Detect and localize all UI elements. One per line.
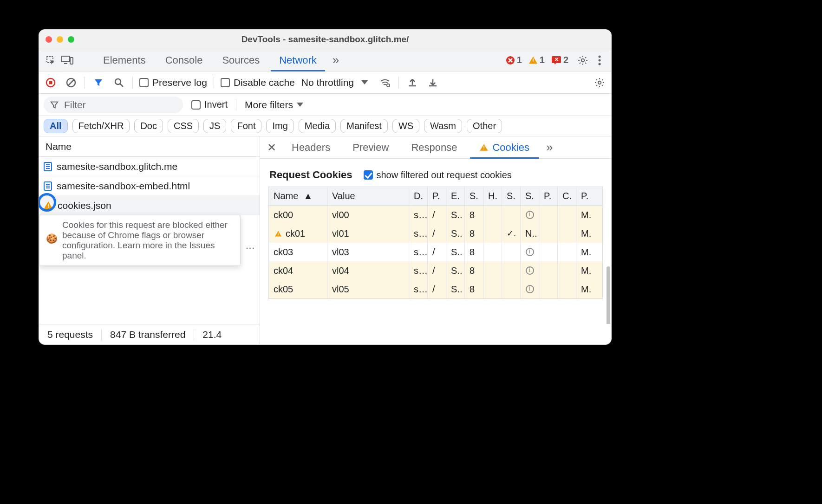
request-row[interactable]: samesite-sandbox.glitch.me [39, 157, 260, 176]
cookies-table-row[interactable]: ck03vl03s…/S..8M. [269, 243, 602, 261]
inspect-icon[interactable] [44, 53, 58, 67]
cookies-cell: / [428, 206, 446, 224]
more-filters-dropdown[interactable]: More filters [245, 99, 303, 110]
filter-icon[interactable] [91, 76, 105, 90]
th-value[interactable]: Value [327, 187, 409, 205]
settings-icon[interactable] [576, 53, 590, 67]
th-s2[interactable]: S. [502, 187, 521, 205]
th-h[interactable]: H. [483, 187, 502, 205]
cookies-cell: M. [576, 243, 595, 261]
disable-cache-checkbox[interactable]: Disable cache [221, 77, 295, 88]
cookies-cell: s… [409, 280, 428, 298]
cookies-table-row[interactable]: ck04vl04s…/S..8M. [269, 261, 602, 280]
chip-font[interactable]: Font [231, 119, 261, 133]
th-p2[interactable]: P. [539, 187, 558, 205]
request-name: samesite-sandbox.glitch.me [57, 161, 177, 172]
window-title: DevTools - samesite-sandbox.glitch.me/ [39, 34, 611, 45]
message-count-value: 2 [563, 55, 568, 65]
error-count[interactable]: 1 [506, 55, 522, 65]
search-icon[interactable] [112, 76, 126, 90]
scrollbar[interactable] [607, 266, 610, 324]
invert-checkbox[interactable]: Invert [191, 99, 228, 110]
th-s3[interactable]: S. [521, 187, 539, 205]
network-conditions-icon[interactable] [378, 76, 392, 90]
cookies-table-row[interactable]: ck01vl01s…/S..8✓.N..M. [269, 224, 602, 243]
cookies-table-head[interactable]: Name ▲ Value D. P. E. S. H. S. S. P. C. … [269, 187, 602, 206]
chip-all[interactable]: All [44, 119, 68, 133]
filter-input[interactable]: Filter [44, 97, 183, 113]
request-row[interactable]: samesite-sandbox-embed.html [39, 176, 260, 196]
requests-header[interactable]: Name [39, 136, 260, 157]
chip-ws[interactable]: WS [392, 119, 419, 133]
upload-har-icon[interactable] [405, 76, 419, 90]
chip-js[interactable]: JS [203, 119, 226, 133]
chip-img[interactable]: Img [266, 119, 294, 133]
chip-fetchxhr[interactable]: Fetch/XHR [72, 119, 130, 133]
cookies-table-row[interactable]: ck05vl05s…/S..8M. [269, 280, 602, 298]
network-body: Name samesite-sandbox.glitch.me samesite… [39, 136, 611, 324]
request-name: samesite-sandbox-embed.html [57, 181, 190, 192]
cookies-cell: s… [409, 261, 428, 280]
th-e[interactable]: E. [446, 187, 465, 205]
warning-icon [275, 231, 281, 236]
chip-manifest[interactable]: Manifest [340, 119, 388, 133]
th-d[interactable]: D. [409, 187, 428, 205]
warning-count[interactable]: 1 [528, 55, 545, 65]
cookies-blocked-tooltip: 🍪 Cookies for this request are blocked e… [39, 215, 241, 266]
chip-doc[interactable]: Doc [134, 119, 163, 133]
device-icon[interactable] [60, 53, 74, 67]
status-time: 21.4 [194, 329, 230, 340]
message-count[interactable]: ✕ 2 [551, 55, 568, 65]
chip-wasm[interactable]: Wasm [424, 119, 462, 133]
network-settings-icon[interactable] [593, 76, 607, 90]
tab-response[interactable]: Response [402, 136, 466, 159]
issues-cluster[interactable]: 1 1 ✕ 2 [506, 55, 568, 65]
tab-preview[interactable]: Preview [343, 136, 398, 159]
request-row[interactable]: cookies.json [39, 196, 260, 215]
cookies-cell: S.. [446, 224, 465, 243]
cookies-cell [539, 243, 558, 261]
chip-other[interactable]: Other [467, 119, 502, 133]
show-filtered-label: show filtered out request cookies [377, 170, 512, 181]
cookies-table-row[interactable]: ck00vl00s…/S..8M. [269, 206, 602, 224]
tab-console[interactable]: Console [157, 49, 211, 71]
th-name[interactable]: Name ▲ [269, 187, 327, 205]
cookies-cell [483, 261, 502, 280]
cookies-cell [539, 261, 558, 280]
svg-point-18 [598, 81, 601, 84]
tab-headers[interactable]: Headers [282, 136, 339, 159]
info-icon [526, 285, 534, 293]
request-name: cookies.json [58, 200, 111, 211]
cookies-cell: ck03 [269, 243, 327, 261]
error-count-value: 1 [517, 55, 522, 65]
cookies-cell: S.. [446, 243, 465, 261]
clear-button[interactable] [64, 76, 78, 90]
th-s[interactable]: S. [465, 187, 483, 205]
status-requests: 5 requests [47, 329, 102, 340]
tab-network[interactable]: Network [271, 49, 325, 71]
chip-css[interactable]: CSS [168, 119, 199, 133]
tab-elements[interactable]: Elements [95, 49, 154, 71]
record-button[interactable] [44, 76, 58, 90]
tab-sources[interactable]: Sources [214, 49, 268, 71]
cookies-cell [502, 206, 521, 224]
cookie-icon: 🍪 [46, 220, 58, 261]
th-p[interactable]: P. [428, 187, 446, 205]
chip-media[interactable]: Media [299, 119, 336, 133]
details-tabs-overflow[interactable]: » [542, 136, 556, 159]
more-filters-label: More filters [245, 99, 293, 110]
th-p3[interactable]: P. [576, 187, 595, 205]
tab-cookies[interactable]: Cookies [470, 136, 538, 159]
download-har-icon[interactable] [426, 76, 440, 90]
th-c[interactable]: C. [558, 187, 576, 205]
close-details-button[interactable]: ✕ [265, 141, 279, 154]
show-filtered-checkbox[interactable]: show filtered out request cookies [364, 170, 512, 181]
cookies-cell [558, 206, 576, 224]
more-icon[interactable] [593, 53, 607, 67]
preserve-log-checkbox[interactable]: Preserve log [139, 77, 207, 88]
warning-icon [44, 201, 53, 209]
cookies-cell [521, 261, 539, 280]
status-transferred: 847 B transferred [102, 329, 194, 340]
main-tabs-overflow[interactable]: » [328, 49, 344, 71]
throttling-select[interactable]: No throttling [301, 77, 372, 88]
